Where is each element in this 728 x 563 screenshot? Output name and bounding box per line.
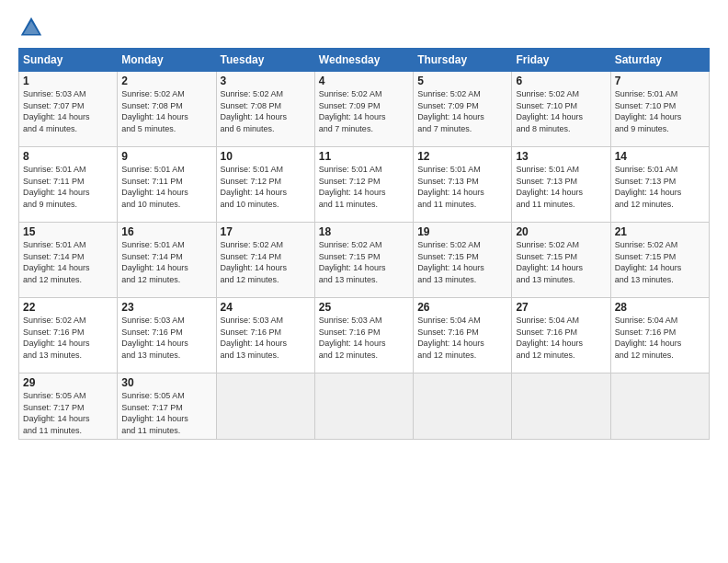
calendar-table: SundayMondayTuesdayWednesdayThursdayFrid… [18,48,710,440]
day-info: Sunrise: 5:04 AM Sunset: 7:16 PM Dayligh… [516,315,606,361]
calendar-cell: 17Sunrise: 5:02 AM Sunset: 7:14 PM Dayli… [216,223,314,298]
calendar-cell: 20Sunrise: 5:02 AM Sunset: 7:15 PM Dayli… [512,223,610,298]
day-number: 18 [319,225,409,238]
day-number: 4 [319,75,409,87]
day-number: 5 [417,75,507,87]
calendar-cell: 5Sunrise: 5:02 AM Sunset: 7:09 PM Daylig… [414,72,512,147]
calendar-cell: 6Sunrise: 5:02 AM Sunset: 7:10 PM Daylig… [512,72,610,147]
weekday-header: Thursday [414,49,512,72]
calendar-cell [512,373,610,440]
day-info: Sunrise: 5:02 AM Sunset: 7:09 PM Dayligh… [417,88,507,134]
calendar-week-row: 15Sunrise: 5:01 AM Sunset: 7:14 PM Dayli… [19,223,710,298]
calendar-week-row: 29Sunrise: 5:05 AM Sunset: 7:17 PM Dayli… [19,373,710,440]
calendar-cell: 29Sunrise: 5:05 AM Sunset: 7:17 PM Dayli… [19,373,118,440]
calendar-cell: 21Sunrise: 5:02 AM Sunset: 7:15 PM Dayli… [610,223,709,298]
day-info: Sunrise: 5:03 AM Sunset: 7:16 PM Dayligh… [221,315,311,361]
calendar-cell: 13Sunrise: 5:01 AM Sunset: 7:13 PM Dayli… [512,147,610,223]
day-info: Sunrise: 5:01 AM Sunset: 7:13 PM Dayligh… [417,164,507,210]
calendar-cell: 9Sunrise: 5:01 AM Sunset: 7:11 PM Daylig… [118,147,216,223]
calendar-week-row: 22Sunrise: 5:02 AM Sunset: 7:16 PM Dayli… [19,298,710,373]
day-number: 3 [221,75,311,87]
day-info: Sunrise: 5:02 AM Sunset: 7:15 PM Dayligh… [615,239,705,285]
calendar-cell: 8Sunrise: 5:01 AM Sunset: 7:11 PM Daylig… [19,147,118,223]
day-info: Sunrise: 5:02 AM Sunset: 7:15 PM Dayligh… [417,239,507,285]
day-info: Sunrise: 5:01 AM Sunset: 7:11 PM Dayligh… [121,164,211,210]
day-info: Sunrise: 5:02 AM Sunset: 7:16 PM Dayligh… [23,315,113,361]
calendar-cell: 10Sunrise: 5:01 AM Sunset: 7:12 PM Dayli… [216,147,314,223]
calendar-cell: 11Sunrise: 5:01 AM Sunset: 7:12 PM Dayli… [314,147,413,223]
day-number: 25 [319,301,409,314]
calendar-cell: 26Sunrise: 5:04 AM Sunset: 7:16 PM Dayli… [414,298,512,373]
day-info: Sunrise: 5:01 AM Sunset: 7:14 PM Dayligh… [23,239,113,285]
day-info: Sunrise: 5:01 AM Sunset: 7:12 PM Dayligh… [319,164,409,210]
weekday-header: Tuesday [216,49,314,72]
calendar-cell [610,373,709,440]
calendar-week-row: 8Sunrise: 5:01 AM Sunset: 7:11 PM Daylig… [19,147,710,223]
calendar-week-row: 1Sunrise: 5:03 AM Sunset: 7:07 PM Daylig… [19,72,710,147]
calendar-cell: 18Sunrise: 5:02 AM Sunset: 7:15 PM Dayli… [314,223,413,298]
day-info: Sunrise: 5:02 AM Sunset: 7:15 PM Dayligh… [319,239,409,285]
day-number: 19 [417,225,507,238]
day-info: Sunrise: 5:02 AM Sunset: 7:15 PM Dayligh… [516,239,606,285]
day-number: 11 [319,150,409,163]
day-number: 29 [23,376,113,389]
calendar-cell: 23Sunrise: 5:03 AM Sunset: 7:16 PM Dayli… [118,298,216,373]
day-info: Sunrise: 5:04 AM Sunset: 7:16 PM Dayligh… [417,315,507,361]
calendar-cell: 22Sunrise: 5:02 AM Sunset: 7:16 PM Dayli… [19,298,118,373]
calendar-cell: 30Sunrise: 5:05 AM Sunset: 7:17 PM Dayli… [118,373,216,440]
day-number: 13 [516,150,606,163]
day-number: 20 [516,225,606,238]
day-number: 22 [23,301,113,314]
day-number: 2 [121,75,211,87]
calendar-cell: 7Sunrise: 5:01 AM Sunset: 7:10 PM Daylig… [610,72,709,147]
day-info: Sunrise: 5:02 AM Sunset: 7:08 PM Dayligh… [221,88,311,134]
day-number: 14 [615,150,705,163]
calendar-cell: 19Sunrise: 5:02 AM Sunset: 7:15 PM Dayli… [414,223,512,298]
calendar-cell: 14Sunrise: 5:01 AM Sunset: 7:13 PM Dayli… [610,147,709,223]
calendar-cell: 16Sunrise: 5:01 AM Sunset: 7:14 PM Dayli… [118,223,216,298]
day-number: 7 [615,75,705,87]
day-number: 16 [121,225,211,238]
calendar-cell: 4Sunrise: 5:02 AM Sunset: 7:09 PM Daylig… [314,72,413,147]
day-info: Sunrise: 5:03 AM Sunset: 7:07 PM Dayligh… [23,88,113,134]
weekday-header: Sunday [19,49,118,72]
day-number: 24 [221,301,311,314]
day-number: 8 [23,150,113,163]
weekday-header: Saturday [610,49,709,72]
calendar-cell: 15Sunrise: 5:01 AM Sunset: 7:14 PM Dayli… [19,223,118,298]
day-number: 28 [615,301,705,314]
day-info: Sunrise: 5:03 AM Sunset: 7:16 PM Dayligh… [319,315,409,361]
calendar-cell: 3Sunrise: 5:02 AM Sunset: 7:08 PM Daylig… [216,72,314,147]
calendar-cell: 28Sunrise: 5:04 AM Sunset: 7:16 PM Dayli… [610,298,709,373]
day-number: 26 [417,301,507,314]
calendar-header: SundayMondayTuesdayWednesdayThursdayFrid… [19,49,710,72]
calendar-cell [216,373,314,440]
calendar-cell [414,373,512,440]
day-number: 23 [121,301,211,314]
day-info: Sunrise: 5:02 AM Sunset: 7:10 PM Dayligh… [516,88,606,134]
day-info: Sunrise: 5:01 AM Sunset: 7:11 PM Dayligh… [23,164,113,210]
day-info: Sunrise: 5:05 AM Sunset: 7:17 PM Dayligh… [23,390,113,436]
logo [18,15,48,40]
header [18,15,710,40]
day-info: Sunrise: 5:04 AM Sunset: 7:16 PM Dayligh… [615,315,705,361]
day-info: Sunrise: 5:01 AM Sunset: 7:13 PM Dayligh… [615,164,705,210]
calendar-cell: 24Sunrise: 5:03 AM Sunset: 7:16 PM Dayli… [216,298,314,373]
logo-icon [18,15,44,40]
day-number: 9 [121,150,211,163]
day-info: Sunrise: 5:03 AM Sunset: 7:16 PM Dayligh… [121,315,211,361]
day-info: Sunrise: 5:01 AM Sunset: 7:12 PM Dayligh… [221,164,311,210]
header-row: SundayMondayTuesdayWednesdayThursdayFrid… [19,49,710,72]
day-number: 1 [23,75,113,87]
day-info: Sunrise: 5:01 AM Sunset: 7:14 PM Dayligh… [121,239,211,285]
weekday-header: Monday [118,49,216,72]
day-info: Sunrise: 5:02 AM Sunset: 7:08 PM Dayligh… [121,88,211,134]
day-info: Sunrise: 5:05 AM Sunset: 7:17 PM Dayligh… [121,390,211,436]
day-number: 15 [23,225,113,238]
calendar-cell [314,373,413,440]
day-info: Sunrise: 5:02 AM Sunset: 7:09 PM Dayligh… [319,88,409,134]
calendar-cell: 2Sunrise: 5:02 AM Sunset: 7:08 PM Daylig… [118,72,216,147]
calendar-cell: 1Sunrise: 5:03 AM Sunset: 7:07 PM Daylig… [19,72,118,147]
calendar-cell: 27Sunrise: 5:04 AM Sunset: 7:16 PM Dayli… [512,298,610,373]
weekday-header: Wednesday [314,49,413,72]
